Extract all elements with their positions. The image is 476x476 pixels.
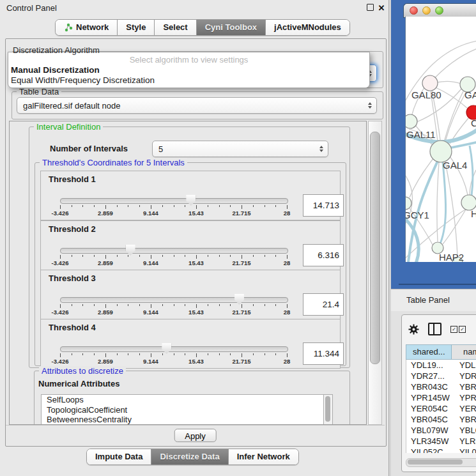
slider-major-tick xyxy=(60,304,61,308)
attributes-list-scrollbar[interactable] xyxy=(323,394,333,425)
select-columns-icon[interactable]: ✓ ✓ xyxy=(450,326,466,333)
close-traffic-light[interactable] xyxy=(410,6,418,15)
cell-name[interactable]: YBR0 xyxy=(454,381,476,392)
table-row[interactable]: YBR043CYBR0 xyxy=(406,381,476,392)
network-frame-shadow xyxy=(399,284,476,285)
slider-minor-tick xyxy=(94,205,95,207)
popup-item-equal-width-frequency[interactable]: Equal Width/Frequency Discretization xyxy=(11,75,155,85)
tab-style[interactable]: Style xyxy=(118,20,155,35)
threshold-value-field[interactable]: 6.316 xyxy=(303,244,344,266)
GAL11-node[interactable] xyxy=(406,114,417,128)
cell-name[interactable]: YPR1 xyxy=(454,392,476,403)
slider-major-tick xyxy=(287,304,288,308)
cell-shared-name[interactable]: YPR145W xyxy=(406,392,454,403)
cell-shared-name[interactable]: YBR045C xyxy=(406,414,454,425)
slider-minor-tick xyxy=(208,353,208,355)
gear-icon[interactable] xyxy=(408,324,419,335)
tab-jactivemnodules[interactable]: jActiveMNodules xyxy=(266,20,349,35)
slider-track[interactable] xyxy=(60,297,288,303)
slider-major-tick xyxy=(60,353,61,357)
cell-name[interactable]: YBL0 xyxy=(454,425,476,436)
GAL80-node[interactable] xyxy=(422,75,438,91)
slider-tick-label: 21.715 xyxy=(232,358,250,365)
table-rows: YDL19...YDL1YDR27...YDR2YBR043CYBR0YPR14… xyxy=(406,360,476,453)
network-edge[interactable] xyxy=(436,81,461,84)
table-row[interactable]: YER054CYER0 xyxy=(406,403,476,414)
cell-shared-name[interactable]: YLR345W xyxy=(406,436,454,447)
minimize-traffic-light[interactable] xyxy=(422,6,431,15)
cell-name[interactable]: YER0 xyxy=(454,403,476,414)
slider-track[interactable] xyxy=(60,198,288,204)
cell-name[interactable]: YBR0 xyxy=(454,414,476,425)
slider-track[interactable] xyxy=(60,248,288,254)
tab-infer-network[interactable]: Infer Network xyxy=(229,449,298,464)
table-row[interactable]: YPR145WYPR1 xyxy=(406,392,476,403)
cell-name[interactable]: YLR3 xyxy=(454,436,476,447)
column-header-shared-name[interactable]: shared... xyxy=(406,345,452,359)
slider-thumb[interactable] xyxy=(234,294,244,305)
zoom-traffic-light[interactable] xyxy=(435,6,443,15)
GAL4-node[interactable] xyxy=(430,141,452,162)
slider-track[interactable] xyxy=(60,346,288,352)
cell-name[interactable]: YDL1 xyxy=(454,360,476,371)
tab-impute-data[interactable]: Impute Data xyxy=(87,449,151,464)
settings-scrollbar-thumb[interactable] xyxy=(370,132,380,364)
cell-name[interactable]: YIL0 xyxy=(454,447,476,453)
tab-label: Cyni Toolbox xyxy=(205,20,257,35)
table-header-row: shared... name xyxy=(406,344,476,360)
network-canvas[interactable]: GAL80GACGAL11GAL4GCY1HHAP2 xyxy=(405,17,476,262)
table-row[interactable]: YDL19...YDL1 xyxy=(406,360,476,371)
threshold-value-field[interactable]: 21.4 xyxy=(303,293,344,316)
table-row[interactable]: YBL079WYBL0 xyxy=(406,425,476,436)
slider-thumb[interactable] xyxy=(186,195,196,206)
network-edge[interactable] xyxy=(445,162,457,256)
attribute-list-item[interactable]: BetweennessCentrality xyxy=(42,415,330,425)
tab-select[interactable]: Select xyxy=(155,20,196,35)
column-header-name[interactable]: name xyxy=(452,345,476,359)
table-row[interactable]: YBR045CYBR0 xyxy=(406,414,476,425)
table-row[interactable]: YIL052CYIL0 xyxy=(406,447,476,453)
node-label-ga: GA xyxy=(464,89,476,100)
popup-item-manual-discretization[interactable]: Manual Discretization xyxy=(11,65,100,75)
attributes-list-scrollbar-thumb[interactable] xyxy=(325,396,330,422)
slider-major-tick xyxy=(151,304,151,308)
table-panel-titlebar: Table Panel xyxy=(391,289,476,312)
GCY1-node[interactable] xyxy=(406,197,411,210)
cell-name[interactable]: YDR2 xyxy=(454,371,476,381)
threshold-value-field[interactable]: 11.344 xyxy=(303,342,344,365)
table-horizontal-scrollbar-thumb[interactable] xyxy=(408,459,463,464)
column-layout-icon[interactable] xyxy=(428,323,441,335)
restore-window-button[interactable] xyxy=(365,4,374,13)
slider-minor-tick xyxy=(162,353,163,355)
slider-minor-tick xyxy=(128,255,128,257)
attribute-list-item[interactable]: SelfLoops xyxy=(42,395,330,405)
tab-discretize-data[interactable]: Discretize Data xyxy=(151,449,228,464)
network-edge-highlighted[interactable] xyxy=(439,162,446,247)
cell-shared-name[interactable]: YER054C xyxy=(406,403,454,414)
cell-shared-name[interactable]: YDR27... xyxy=(406,371,454,381)
table-row[interactable]: YDR27...YDR2 xyxy=(406,371,476,381)
table-horizontal-scrollbar[interactable] xyxy=(406,458,476,467)
network-edge-highlighted[interactable] xyxy=(448,142,476,148)
threshold-value-field[interactable]: 14.713 xyxy=(303,194,344,217)
number-of-intervals-combo[interactable]: 5 xyxy=(152,141,328,157)
cell-shared-name[interactable]: YBL079W xyxy=(406,425,454,436)
slider-thumb[interactable] xyxy=(162,343,171,354)
cell-shared-name[interactable]: YDL19... xyxy=(406,360,454,371)
attribute-list-item[interactable]: TopologicalCoefficient xyxy=(42,405,330,415)
tab-network[interactable]: Network xyxy=(56,20,118,35)
tab-cyni-toolbox[interactable]: Cyni Toolbox xyxy=(197,20,266,35)
slider-minor-tick xyxy=(253,304,254,306)
table-data-combo[interactable]: galFiltered.sif default node xyxy=(17,97,377,114)
network-window-titlebar[interactable] xyxy=(403,3,476,18)
apply-button[interactable]: Apply xyxy=(174,429,217,442)
close-window-button[interactable]: ✕ xyxy=(377,4,386,13)
cell-shared-name[interactable]: YIL052C xyxy=(406,447,454,453)
table-row[interactable]: YLR345WYLR3 xyxy=(406,436,476,447)
cell-shared-name[interactable]: YBR043C xyxy=(406,381,454,392)
network-graph[interactable]: GAL80GACGAL11GAL4GCY1HHAP2 xyxy=(406,17,476,262)
slider-major-tick xyxy=(105,255,106,259)
numerical-attributes-list[interactable]: SelfLoopsTopologicalCoefficientBetweenne… xyxy=(41,394,330,425)
settings-scrollbar[interactable] xyxy=(368,121,382,425)
slider-thumb[interactable] xyxy=(126,245,135,256)
